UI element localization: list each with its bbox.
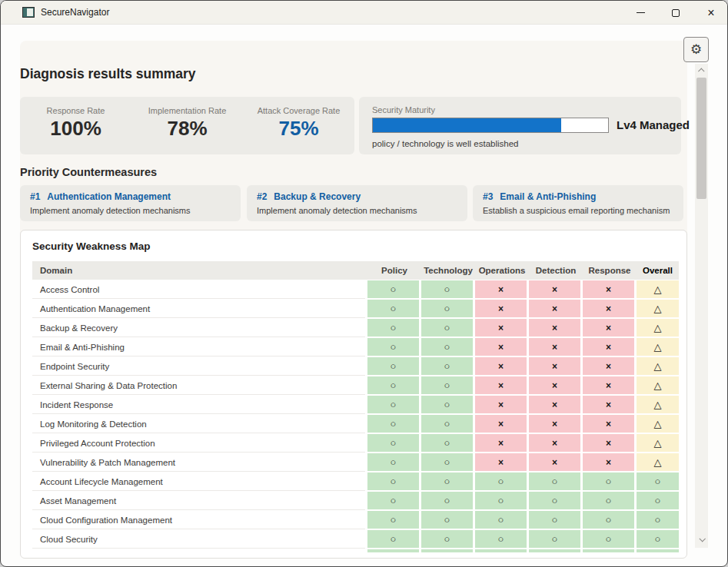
status-cell-bad: × bbox=[583, 396, 634, 413]
status-cell-good: ○ bbox=[367, 319, 419, 337]
status-cell-bad: × bbox=[529, 357, 580, 375]
status-cell-good: ○ bbox=[475, 549, 527, 552]
table-row: Email & Anti-Phishing○○×××△ bbox=[32, 338, 679, 357]
maturity-label: Security Maturity bbox=[372, 105, 435, 114]
column-header-detection: Detection bbox=[529, 261, 583, 280]
table-row: Incident Response○○×××△ bbox=[32, 396, 679, 415]
table-row: Endpoint Security○○×××△ bbox=[32, 357, 679, 376]
status-cell-bad: × bbox=[475, 434, 527, 452]
column-header-operations: Operations bbox=[475, 261, 529, 280]
status-cell-good: ○ bbox=[583, 530, 634, 548]
domain-cell: Access Control bbox=[32, 280, 365, 299]
countermeasure-description: Implement anomaly detection mechanisms bbox=[30, 206, 190, 215]
status-cell-good: ○ bbox=[529, 530, 580, 548]
status-cell-good: ○ bbox=[421, 396, 473, 413]
table-row: External Sharing & Data Protection○○×××△ bbox=[32, 376, 679, 396]
scroll-down-button[interactable] bbox=[695, 534, 708, 545]
status-cell-bad: × bbox=[475, 376, 527, 394]
status-cell-good: ○ bbox=[475, 511, 527, 529]
table-row: Asset Management○○○○○○ bbox=[32, 492, 679, 511]
stat-value: 78% bbox=[131, 117, 243, 141]
column-header-domain: Domain bbox=[32, 261, 367, 280]
gear-icon: ⚙ bbox=[690, 43, 702, 56]
status-cell-bad: × bbox=[475, 415, 527, 433]
status-cell-bad: × bbox=[583, 338, 634, 356]
countermeasure-title: #3 Email & Anti-Phishing bbox=[483, 191, 596, 202]
status-cell-good: ○ bbox=[475, 492, 527, 509]
status-cell-good: ○ bbox=[637, 511, 679, 529]
chevron-down-icon bbox=[699, 536, 705, 542]
stat-label: Response Rate bbox=[20, 106, 131, 115]
status-cell-bad: × bbox=[583, 376, 634, 394]
status-cell-bad: × bbox=[583, 415, 634, 433]
status-cell-warn: △ bbox=[637, 357, 679, 375]
status-cell-warn: △ bbox=[637, 319, 679, 337]
status-cell-good: ○ bbox=[421, 280, 473, 298]
countermeasure-card-3[interactable]: #3 Email & Anti-Phishing Establish a sus… bbox=[473, 185, 683, 221]
status-cell-bad: × bbox=[475, 453, 527, 471]
settings-button[interactable]: ⚙ bbox=[683, 37, 709, 62]
countermeasure-card-2[interactable]: #2 Backup & Recovery Implement anomaly d… bbox=[247, 185, 467, 221]
countermeasure-title: #2 Backup & Recovery bbox=[257, 191, 361, 202]
status-cell-good: ○ bbox=[367, 338, 419, 356]
domain-cell: Incident Response bbox=[32, 396, 365, 414]
status-cell-good: ○ bbox=[475, 472, 527, 490]
maximize-button[interactable] bbox=[658, 1, 693, 25]
maximize-icon bbox=[672, 9, 680, 17]
page-title: Diagnosis results summary bbox=[20, 66, 196, 82]
table-header-row: Domain Policy Technology Operations Dete… bbox=[32, 261, 679, 280]
close-button[interactable]: × bbox=[693, 1, 728, 25]
countermeasure-name: Email & Anti-Phishing bbox=[500, 191, 596, 202]
status-cell-warn: △ bbox=[637, 300, 679, 317]
column-header-policy: Policy bbox=[367, 261, 421, 280]
status-cell-good: ○ bbox=[529, 511, 580, 529]
domain-cell: Cloud Security bbox=[32, 530, 365, 549]
domain-cell: Account Lifecycle Management bbox=[32, 472, 365, 491]
status-cell-bad: × bbox=[475, 319, 527, 337]
status-cell-bad: × bbox=[583, 357, 634, 375]
status-cell-good: ○ bbox=[583, 511, 634, 529]
domain-cell: Cloud Configuration Management bbox=[32, 511, 365, 529]
domain-cell: Privileged Account Protection bbox=[32, 434, 365, 453]
status-cell-bad: × bbox=[529, 300, 580, 317]
maturity-progressbar bbox=[372, 118, 609, 133]
stat-value: 100% bbox=[20, 117, 131, 141]
status-cell-good: ○ bbox=[421, 415, 473, 433]
app-icon bbox=[22, 7, 35, 18]
status-cell-bad: × bbox=[583, 434, 634, 452]
countermeasure-title: #1 Authentication Management bbox=[30, 191, 171, 202]
table-row: Access Control○○×××△ bbox=[32, 280, 679, 300]
stat-label: Attack Coverage Rate bbox=[243, 106, 354, 115]
status-cell-good: ○ bbox=[583, 472, 634, 490]
status-cell-good: ○ bbox=[367, 549, 419, 552]
status-cell-bad: × bbox=[475, 300, 527, 317]
status-cell-bad: × bbox=[529, 319, 580, 337]
status-cell-good: ○ bbox=[421, 530, 473, 548]
status-cell-warn: △ bbox=[637, 280, 679, 298]
domain-cell: Endpoint Security bbox=[32, 357, 365, 376]
status-cell-warn: △ bbox=[637, 434, 679, 452]
status-cell-good: ○ bbox=[475, 530, 527, 548]
minimize-button[interactable] bbox=[623, 1, 658, 25]
scroll-up-button[interactable] bbox=[695, 65, 708, 76]
scrollbar[interactable] bbox=[695, 64, 708, 548]
maturity-level: Lv4 Managed bbox=[617, 118, 690, 133]
status-cell-good: ○ bbox=[367, 300, 419, 317]
stat-attack-coverage-rate: Attack Coverage Rate 75% bbox=[243, 97, 354, 154]
status-cell-bad: × bbox=[475, 357, 527, 375]
status-cell-good: ○ bbox=[367, 472, 419, 490]
scrollbar-thumb[interactable] bbox=[696, 78, 706, 199]
domain-cell: Vulnerability & Patch Management bbox=[32, 453, 365, 472]
status-cell-warn: △ bbox=[637, 396, 679, 413]
stat-implementation-rate: Implementation Rate 78% bbox=[131, 97, 243, 154]
table-row: ○○○○○○ bbox=[32, 549, 679, 552]
table-row: Privileged Account Protection○○×××△ bbox=[32, 434, 679, 453]
titlebar: SecureNavigator × bbox=[1, 1, 727, 25]
maturity-note: policy / technology is well established bbox=[372, 139, 519, 148]
status-cell-good: ○ bbox=[367, 415, 419, 433]
status-cell-good: ○ bbox=[583, 492, 634, 509]
countermeasure-card-1[interactable]: #1 Authentication Management Implement a… bbox=[20, 185, 241, 221]
status-cell-bad: × bbox=[529, 376, 580, 394]
minimize-icon bbox=[637, 12, 645, 13]
status-cell-bad: × bbox=[475, 280, 527, 298]
